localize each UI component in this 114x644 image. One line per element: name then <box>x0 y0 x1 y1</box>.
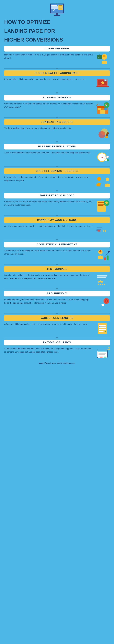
section-image-clear-offering: ✓ <box>96 53 110 65</box>
divider <box>4 239 110 240</box>
section-header-consistency: CONSISTENCY IS IMPORTANT <box>4 242 110 248</box>
svg-point-47 <box>106 178 109 181</box>
section-header-contrasting-colors: CONTRASTING COLORS <box>4 119 110 125</box>
section-text-word-play: Quotes, statements, witty-remarks catch … <box>4 225 93 228</box>
svg-rect-23 <box>104 79 107 81</box>
svg-rect-76 <box>106 298 107 300</box>
section-text-first-fold: Specifically, the first fold of website … <box>4 200 93 207</box>
section-contrasting-colors: CONTRASTING COLORS The best landing page… <box>4 119 110 139</box>
svg-rect-93 <box>98 353 106 354</box>
svg-point-72 <box>101 304 104 306</box>
section-image-testimonials: ★ ★ ★ ★ ☆ <box>96 274 110 286</box>
section-image-contrasting-colors <box>96 127 110 139</box>
svg-point-64 <box>108 251 110 252</box>
section-body-credible-contact: If the website has the contact details o… <box>4 176 110 188</box>
section-image-word-play: " " <box>96 225 110 237</box>
section-image-varied-form: ✓ 1 2 <box>96 323 110 334</box>
section-body-testimonials: Social media validation is the thing rig… <box>4 274 110 286</box>
svg-text:2: 2 <box>99 326 100 328</box>
svg-rect-28 <box>100 110 105 114</box>
svg-point-17 <box>103 55 105 57</box>
section-image-exit-dialogue: ✕ <box>96 347 110 359</box>
section-text-varied-form: A form should be adapted as per the need… <box>4 323 93 326</box>
section-text-consistency: A customer, who is watching the visual i… <box>4 249 93 256</box>
svg-rect-8 <box>59 6 62 7</box>
section-text-seo-friendly: Landing page may/may not have any connec… <box>4 298 93 304</box>
section-text-clear-offering: Remember the consumer must feel he is bu… <box>4 53 93 60</box>
section-title-first-fold: THE FIRST FOLD IS GOLD <box>40 194 74 197</box>
svg-rect-9 <box>59 8 62 8</box>
section-credible-contact: CREDIBLE CONTACT SOURCES If the website … <box>4 168 110 188</box>
section-header-word-play: WORD-PLAY WINS THE RACE <box>4 217 110 223</box>
section-title-testimonials: TESTIMONIALS <box>47 268 67 270</box>
section-text-exit-dialogue: At times when the consumer tries to leav… <box>4 347 93 354</box>
divider <box>4 313 110 314</box>
svg-rect-2 <box>51 5 57 6</box>
divider <box>4 141 110 142</box>
section-title-seo-friendly: SEO FRIENDLY <box>47 292 67 295</box>
svg-point-14 <box>56 4 57 4</box>
divider <box>4 190 110 192</box>
section-body-exit-dialogue: At times when the consumer tries to leav… <box>4 347 110 359</box>
section-consistency: CONSISTENCY IS IMPORTANT A customer, who… <box>4 242 110 261</box>
svg-text:★ ★ ★ ★ ☆: ★ ★ ★ ★ ☆ <box>97 284 107 286</box>
section-text-fast-receptive-buttons: A call-to-action button shouldn't confus… <box>4 151 93 154</box>
svg-rect-79 <box>108 300 109 302</box>
section-header-buying-motivation: BUYING-MOTIVATION <box>4 95 110 100</box>
svg-point-46 <box>101 176 106 180</box>
header-icon-container: </> <box>4 3 110 17</box>
svg-point-60 <box>99 250 101 252</box>
svg-point-13 <box>55 4 56 4</box>
divider <box>4 288 110 290</box>
svg-text:</>: </> <box>52 9 55 11</box>
section-body-fast-receptive-buttons: A call-to-action button shouldn't confus… <box>4 151 110 163</box>
svg-rect-11 <box>56 13 58 15</box>
section-body-consistency: A customer, who is watching the visual i… <box>4 249 110 261</box>
svg-text:": " <box>97 228 101 237</box>
section-first-fold: THE FIRST FOLD IS GOLD Specifically, the… <box>4 193 110 212</box>
section-title-consistency: CONSISTENCY IS IMPORTANT <box>37 243 77 246</box>
svg-rect-3 <box>51 6 59 7</box>
sections-container: CLEAR OFFERING Remember the consumer mus… <box>4 46 110 359</box>
section-title-short-sweet: SHORT & SWEET LANDING PAGE <box>35 72 79 74</box>
svg-point-44 <box>105 159 107 161</box>
section-body-seo-friendly: Landing page may/may not have any connec… <box>4 298 110 310</box>
section-header-varied-form: VARIED FORM LENGTHS <box>4 315 110 321</box>
section-seo-friendly: SEO FRIENDLY Landing page may/may not ha… <box>4 291 110 310</box>
svg-text:✓: ✓ <box>104 330 107 333</box>
svg-rect-95 <box>100 356 103 358</box>
section-title-exit-dialogue: EXIT-DIALOGUE BOX <box>43 341 71 344</box>
section-image-consistency <box>96 249 110 261</box>
divider <box>4 264 110 265</box>
section-body-contrasting-colors: The best landing pages have great use of… <box>4 127 110 139</box>
section-image-first-fold <box>96 200 110 212</box>
section-image-buying-motivation: $ <box>96 102 110 114</box>
svg-rect-21 <box>96 86 109 87</box>
section-clear-offering: CLEAR OFFERING Remember the consumer mus… <box>4 46 110 65</box>
section-header-testimonials: TESTIMONIALS <box>4 266 110 272</box>
svg-rect-96 <box>103 356 107 358</box>
section-text-credible-contact: If the website has the contact details o… <box>4 176 93 182</box>
section-word-play: WORD-PLAY WINS THE RACE Quotes, statemen… <box>4 217 110 237</box>
section-text-contrasting-colors: The best landing pages have great use of… <box>4 127 93 130</box>
section-title-contrasting-colors: CONTRASTING COLORS <box>41 121 73 124</box>
main-title: HOW TO OPTIMIZE LANDING PAGE FOR HIGHER … <box>4 19 110 43</box>
section-header-credible-contact: CREDIBLE CONTACT SOURCES <box>4 168 110 174</box>
section-varied-form: VARIED FORM LENGTHS A form should be ada… <box>4 315 110 334</box>
svg-rect-12 <box>54 15 60 16</box>
svg-rect-31 <box>98 108 101 110</box>
svg-rect-84 <box>99 331 103 332</box>
svg-rect-7 <box>59 6 62 6</box>
section-exit-dialogue: EXIT-DIALOGUE BOX At times when the cons… <box>4 340 110 359</box>
section-header-seo-friendly: SEO FRIENDLY <box>4 291 110 296</box>
section-buying-motivation: BUYING-MOTIVATION When the term sale or … <box>4 95 110 114</box>
divider <box>4 68 110 69</box>
section-body-varied-form: A form should be adapted as per the need… <box>4 323 110 334</box>
svg-rect-67 <box>97 277 106 278</box>
divider <box>4 166 110 167</box>
section-fast-receptive-buttons: FAST RECEPTIVE BUTTONS A call-to-action … <box>4 144 110 163</box>
section-title-varied-form: VARIED FORM LENGTHS <box>41 316 74 320</box>
svg-point-75 <box>105 300 107 302</box>
svg-rect-24 <box>104 80 106 80</box>
section-image-credible-contact <box>96 176 110 188</box>
